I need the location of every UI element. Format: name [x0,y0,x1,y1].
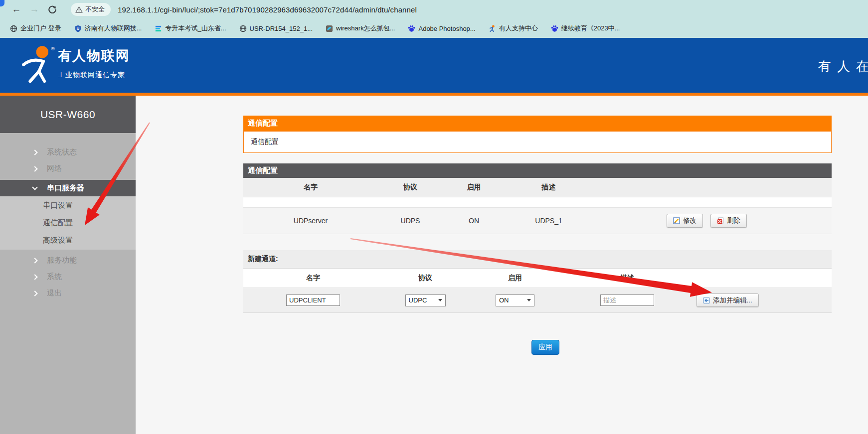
shield-icon: U [74,25,82,32]
chevron-right-icon [32,149,37,155]
device-name: USR-W660 [0,96,136,133]
panel-text: 通信配置 [251,138,279,146]
chevron-right-icon [32,274,37,280]
table-row: UDPserver UDPS ON UDPS_1 修改 删除 [243,208,832,234]
channel-name-input[interactable] [286,294,340,306]
forward-button[interactable]: → [27,2,42,17]
col-desc: 描述 [505,183,592,192]
select-arrow-icon [527,299,531,301]
brand-tagline: 工业物联网通信专家 [58,71,130,80]
sidebar-item-system[interactable]: 系统 [0,269,136,285]
svg-text:U: U [76,26,79,30]
bookmark-item[interactable]: 继续教育《2023中... [551,24,620,33]
bookmark-item[interactable]: 有人支持中心 [489,24,538,33]
col-protocol: 协议 [378,183,443,192]
bookmark-item[interactable]: wireshark怎么抓包... [326,24,395,33]
browser-toolbar: ← → 不安全 192.168.1.1/cgi-bin/luci/;stok=7… [0,0,868,19]
add-edit-icon [703,297,710,304]
page-title: 通信配置 [248,119,278,128]
site-banner: ® 有人物联网 工业物联网通信专家 有人在 [0,38,868,93]
new-channel-header: 名字 协议 启用 描述 [243,269,832,288]
bookmark-label: 专升本考试_山东省... [165,24,226,33]
add-and-edit-button[interactable]: 添加并编辑... [696,293,759,307]
chevron-right-icon [32,258,37,263]
cell-desc: UDPS_1 [505,217,592,225]
apply-button[interactable]: 应用 [531,340,559,355]
address-bar[interactable]: 192.168.1.1/cgi-bin/luci/;stok=7e1d7b701… [118,5,417,14]
main-content: 通信配置 通信配置 通信配置 名字 协议 启用 描述 UDPserver UDP… [243,96,832,434]
enabled-select[interactable]: ON [496,294,534,306]
col-protocol: 协议 [383,274,468,283]
tab-edge [0,0,4,6]
usr-logo: ® [19,45,58,88]
bookmark-item[interactable]: Adobe Photoshop... [408,25,475,32]
chevron-right-icon [32,290,37,296]
table-empty-row [243,197,832,208]
new-channel-title: 新建通道: [243,250,832,269]
security-chip[interactable]: 不安全 [71,3,111,16]
sidebar-item-serial-server[interactable]: 串口服务器 [0,180,136,196]
e-icon [155,25,162,32]
globe-icon [239,25,247,32]
back-button[interactable]: ← [9,2,24,17]
bookmark-label: 济南有人物联网技... [85,24,142,33]
cell-enabled: ON [443,217,505,225]
sidebar-item-logout[interactable]: 退出 [0,285,136,301]
bookmark-label: 继续教育《2023中... [561,24,620,33]
col-desc: 描述 [562,274,692,283]
cell-protocol: UDPS [378,217,443,225]
sidebar-item-advanced-settings[interactable]: 高级设置 [0,232,136,249]
bookmark-label: 企业门户 登录 [20,24,61,33]
page-title-panel: 通信配置 [243,131,832,153]
reload-button[interactable] [45,2,60,17]
svg-text:®: ® [51,46,55,51]
bookmark-item[interactable]: U 济南有人物联网技... [74,24,142,33]
bookmarks-bar: 企业门户 登录 U 济南有人物联网技... 专升本考试_山东省... USR-D… [0,19,868,38]
edit-button[interactable]: 修改 [667,214,703,228]
bookmark-item[interactable]: 专升本考试_山东省... [155,24,226,33]
sidebar-item-network[interactable]: 网络 [0,160,136,177]
sidebar-item-system-status[interactable]: 系统状态 [0,144,136,160]
usr-person-icon: ® [19,45,58,86]
chevron-right-icon [32,166,37,171]
protocol-select[interactable]: UDPC [405,294,446,306]
description-input[interactable] [600,294,654,306]
bookmark-label: wireshark怎么抓包... [336,24,395,33]
page-title-bar: 通信配置 [243,116,832,131]
cell-name: UDPserver [243,217,378,225]
globe-icon [10,25,17,32]
sidebar-item-comm-config[interactable]: 通信配置 [0,214,136,232]
edit-icon [673,217,680,224]
bookmark-item[interactable]: USR-DR154_152_1... [239,25,313,32]
sidebar-item-services[interactable]: 服务功能 [0,252,136,269]
baidu-paw-icon [408,25,415,32]
new-channel-form-row: UDPC ON 添加并编辑... [243,288,832,313]
warning-triangle-icon [75,6,83,13]
col-name: 名字 [243,183,378,192]
reload-icon [48,5,57,14]
delete-icon [717,217,724,224]
col-enabled: 启用 [443,183,505,192]
sidebar-submenu: 串口设置 通信配置 高级设置 [0,196,136,250]
bookmark-label: 有人支持中心 [499,24,538,33]
channel-table-title-bar: 通信配置 [243,163,832,178]
bookmark-label: Adobe Photoshop... [418,25,475,32]
col-name: 名字 [243,274,383,283]
person-icon [489,25,496,32]
channel-table-title: 通信配置 [248,166,278,175]
col-enabled: 启用 [468,274,562,283]
wireshark-icon [326,25,333,32]
sidebar: USR-W660 系统状态 网络 串口服务器 串口设置 通信配置 高级设置 服务… [0,96,136,434]
bookmark-item[interactable]: 企业门户 登录 [10,24,61,33]
baidu-paw-icon [551,25,558,32]
banner-slogan: 有人在 [818,58,868,75]
security-label: 不安全 [85,5,105,14]
bookmark-label: USR-DR154_152_1... [250,25,313,32]
delete-button[interactable]: 删除 [710,214,747,228]
channel-table-header: 名字 协议 启用 描述 [243,178,832,197]
select-arrow-icon [438,299,442,301]
chevron-down-icon [32,184,37,190]
sidebar-item-serial-settings[interactable]: 串口设置 [0,197,136,214]
brand-title: 有人物联网 [58,47,130,65]
